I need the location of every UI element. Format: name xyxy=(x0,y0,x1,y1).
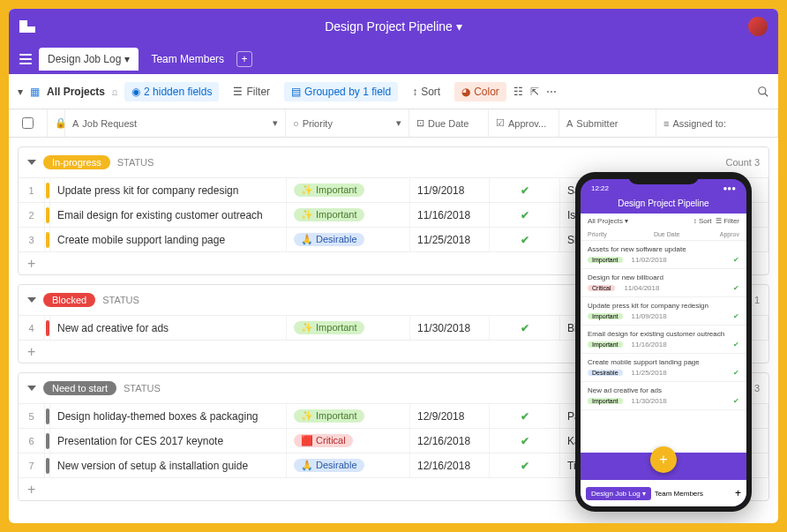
view-name[interactable]: All Projects xyxy=(47,86,105,98)
label: Due Date xyxy=(428,118,468,129)
fab-add-button[interactable]: + xyxy=(650,446,677,473)
phone-item-date: 11/25/2018 xyxy=(632,369,667,377)
svg-line-1 xyxy=(765,93,768,96)
col-approved[interactable]: ☑Approv... xyxy=(489,109,559,137)
cell-due-date[interactable]: 11/25/2018 xyxy=(410,228,490,251)
status-pill: Need to start xyxy=(43,381,116,395)
avatar[interactable] xyxy=(748,17,768,36)
row-number: 1 xyxy=(19,178,45,202)
label: Filter xyxy=(246,86,270,98)
cell-job-request[interactable]: New version of setup & installation guid… xyxy=(50,453,287,477)
cell-job-request[interactable]: Design holiday-themed boxes & packaging xyxy=(50,404,287,428)
phone-view[interactable]: All Projects ▾ xyxy=(588,217,628,225)
phone-priority-pill: Important xyxy=(588,398,623,404)
cell-job-request[interactable]: Update press kit for company redesign xyxy=(50,178,287,202)
cell-job-request[interactable]: New ad creative for ads xyxy=(50,316,287,340)
add-tab-button[interactable]: + xyxy=(236,51,252,67)
phone-list[interactable]: Assets for new software update Important… xyxy=(581,241,746,453)
group-count: Count 3 xyxy=(725,157,760,168)
col-submitter[interactable]: ASubmitter xyxy=(559,109,656,137)
col-due-date[interactable]: ⊡Due Date xyxy=(409,109,489,137)
phone-screen: 12:22 ●●● Design Project Pipeline All Pr… xyxy=(581,179,746,506)
phone-sort-filter[interactable]: ↕ Sort ☰ Filter xyxy=(693,217,739,225)
tab-team-members[interactable]: Team Members xyxy=(142,48,233,71)
check-icon: ✔ xyxy=(521,460,529,472)
cell-priority[interactable]: ✨ Important xyxy=(287,316,410,340)
phone-list-item[interactable]: New ad creative for ads Important 11/30/… xyxy=(581,382,746,410)
cell-priority[interactable]: ✨ Important xyxy=(287,404,410,428)
cell-due-date[interactable]: 11/16/2018 xyxy=(410,203,490,227)
phone-item-date: 11/16/2018 xyxy=(632,341,667,348)
phone-list-item[interactable]: Assets for new software update Important… xyxy=(581,241,746,269)
menu-icon[interactable] xyxy=(16,49,35,69)
cell-due-date[interactable]: 12/9/2018 xyxy=(410,404,490,428)
hidden-fields-button[interactable]: ◉ 2 hidden fields xyxy=(124,82,219,101)
cell-due-date[interactable]: 12/16/2018 xyxy=(410,429,490,453)
filter-button[interactable]: ☰ Filter xyxy=(226,82,277,101)
phone-col-header: Priority Due Date Approv xyxy=(581,229,746,241)
cell-priority[interactable]: ✨ Important xyxy=(287,203,410,227)
cell-job-request[interactable]: Email design for existing customer outre… xyxy=(50,203,287,227)
cell-approved[interactable]: ✔ xyxy=(490,453,560,477)
phone-list-item[interactable]: Create mobile support landing page Desir… xyxy=(581,354,746,382)
check-icon: ✔ xyxy=(733,397,739,405)
phone-item-title: Update press kit for company redesign xyxy=(588,302,739,310)
color-button[interactable]: ◕ Color xyxy=(454,82,506,101)
phone-add-tab[interactable]: + xyxy=(735,487,741,499)
lock-icon: 🔒 xyxy=(48,109,65,137)
priority-pill: ✨ Important xyxy=(294,321,364,334)
more-icon[interactable]: ⋯ xyxy=(546,86,557,98)
cell-priority[interactable]: 🟥 Critical xyxy=(287,429,410,453)
cell-approved[interactable]: ✔ xyxy=(490,316,560,340)
cell-approved[interactable]: ✔ xyxy=(490,228,560,251)
phone-tab-active[interactable]: Design Job Log ▾ xyxy=(586,487,651,500)
share-icon[interactable]: ⇱ xyxy=(530,86,539,98)
chevron-down-icon[interactable]: ▾ xyxy=(18,86,23,98)
cell-approved[interactable]: ✔ xyxy=(490,178,560,202)
base-title[interactable]: Design Project Pipeline ▾ xyxy=(325,19,462,34)
select-all-checkbox[interactable] xyxy=(22,117,34,129)
phone-time: 12:22 xyxy=(591,184,609,192)
cell-approved[interactable]: ✔ xyxy=(490,203,560,227)
chevron-down-icon: ▾ xyxy=(124,53,130,65)
label: Grouped by 1 field xyxy=(304,86,391,98)
row-number: 6 xyxy=(19,429,45,453)
priority-pill: 🟥 Critical xyxy=(294,434,353,447)
cell-due-date[interactable]: 12/16/2018 xyxy=(410,453,490,477)
cell-due-date[interactable]: 11/9/2018 xyxy=(410,178,490,202)
phone-priority-pill: Important xyxy=(588,341,623,348)
row-height-icon[interactable]: ☷ xyxy=(513,86,523,98)
cell-approved[interactable]: ✔ xyxy=(490,429,560,453)
label: Color xyxy=(474,86,499,98)
phone-item-date: 11/09/2018 xyxy=(632,312,667,320)
col-priority[interactable]: ○Priority▾ xyxy=(286,109,409,137)
phone-toolbar: All Projects ▾ ↕ Sort ☰ Filter xyxy=(581,214,746,229)
label: Submitter xyxy=(576,118,618,129)
column-header-row: 🔒 AJob Request▾ ○Priority▾ ⊡Due Date ☑Ap… xyxy=(9,109,778,138)
col-assigned[interactable]: ≡Assigned to: xyxy=(656,109,778,137)
status-label: STATUS xyxy=(124,383,161,393)
title-text: Design Project Pipeline xyxy=(325,19,453,34)
collapse-icon xyxy=(27,160,36,165)
cell-priority[interactable]: 🙏 Desirable xyxy=(287,228,410,251)
cell-due-date[interactable]: 11/30/2018 xyxy=(410,316,490,340)
cell-priority[interactable]: 🙏 Desirable xyxy=(287,453,410,477)
logo-icon[interactable] xyxy=(19,20,35,33)
tab-design-job-log[interactable]: Design Job Log ▾ xyxy=(39,48,139,71)
search-icon[interactable] xyxy=(757,86,769,98)
check-icon: ✔ xyxy=(733,284,739,292)
col-job-request[interactable]: AJob Request▾ xyxy=(65,109,286,137)
group-button[interactable]: ▤ Grouped by 1 field xyxy=(284,82,398,101)
cell-priority[interactable]: ✨ Important xyxy=(287,178,410,202)
sort-button[interactable]: ↕ Sort xyxy=(405,82,447,101)
group-icon: ▤ xyxy=(291,86,301,98)
row-number: 3 xyxy=(19,228,45,251)
phone-list-item[interactable]: Design for new billboard Critical 11/04/… xyxy=(581,269,746,297)
phone-tab-inactive[interactable]: Team Members xyxy=(655,490,703,498)
phone-list-item[interactable]: Update press kit for company redesign Im… xyxy=(581,297,746,326)
cell-job-request[interactable]: Presentation for CES 2017 keynote xyxy=(50,429,287,453)
phone-list-item[interactable]: Email design for existing customer outre… xyxy=(581,326,746,354)
cell-job-request[interactable]: Create mobile support landing page xyxy=(50,228,287,251)
cell-approved[interactable]: ✔ xyxy=(490,404,560,428)
people-icon[interactable]: ⩍ xyxy=(112,86,117,98)
